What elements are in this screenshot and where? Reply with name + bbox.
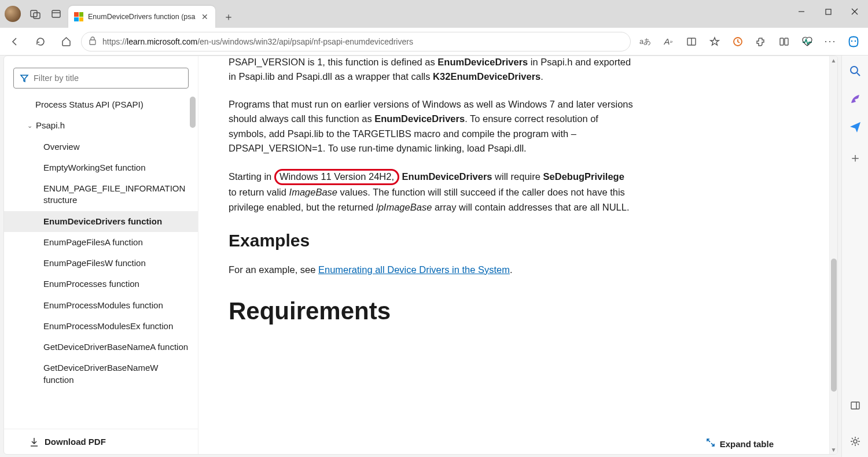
edge-sidebar: ＋ [841,56,868,457]
svg-point-15 [855,40,856,41]
new-tab-button[interactable]: ＋ [219,7,238,27]
nav-item-label: EnumPageFilesA function [43,237,143,247]
favorite-icon[interactable] [705,32,724,51]
svg-rect-12 [780,38,784,45]
paragraph: K32EnumDeviceDrivers in Psapi.h and expo… [229,56,634,84]
refresh-button[interactable] [30,31,51,52]
health-icon[interactable] [797,32,817,51]
nav-item[interactable]: EnumDeviceDrivers function [4,211,198,232]
copilot-icon[interactable] [844,32,863,51]
nav-item-label: GetDeviceDriverBaseNameW function [43,363,158,384]
nav-item-label: EmptyWorkingSet function [43,163,145,172]
nav-item[interactable]: GetDeviceDriverBaseNameA function [4,337,198,358]
nav-scrollbar[interactable] [190,94,197,429]
svg-point-16 [851,67,858,73]
highlighted-text: Windows 11 Version 24H2, [274,169,399,185]
nav-item[interactable]: Process Status API (PSAPI) [4,94,198,115]
tab-actions-icon[interactable] [50,8,62,20]
page-scrollbar[interactable]: ▲ ▼ [829,56,837,454]
maximize-button[interactable] [815,0,841,23]
nav-item-label: EnumProcessModulesEx function [43,321,173,331]
heading-examples: Examples [229,227,634,255]
expand-icon [706,437,715,451]
more-menu-icon[interactable]: ··· [821,32,840,51]
close-window-button[interactable] [841,0,868,23]
expand-table-button[interactable]: Expand table [706,437,774,451]
browser-toolbar: https://learn.microsoft.com/en-us/window… [0,28,868,56]
minimize-button[interactable] [788,0,815,23]
workspaces-icon[interactable] [29,8,42,20]
extensions-icon[interactable] [751,32,771,51]
close-tab-icon[interactable]: ✕ [200,11,209,23]
address-bar[interactable]: https://learn.microsoft.com/en-us/window… [81,32,631,51]
chevron-down-icon: ⌄ [27,121,32,130]
docs-left-nav: Filter by title Process Status API (PSAP… [4,56,198,454]
nav-item-label: EnumProcessModules function [43,300,163,310]
panel-sidebar-icon[interactable] [848,398,863,413]
settings-sidebar-icon[interactable] [848,434,863,449]
profile-avatar[interactable] [5,6,21,22]
reading-mode-icon[interactable] [682,32,701,51]
read-aloud-icon[interactable]: A» [659,32,678,51]
paragraph: Programs that must run on earlier versio… [229,97,634,156]
nav-item[interactable]: ENUM_PAGE_FILE_INFORMATION structure [4,178,198,211]
url-text: https://learn.microsoft.com/en-us/window… [102,37,413,46]
nav-item[interactable]: EnumProcesses function [4,274,198,294]
tab-title: EnumDeviceDrivers function (psa [88,13,196,21]
nav-item-label: EnumDeviceDrivers function [43,216,162,226]
nav-item-label: EnumPageFilesW function [43,258,146,268]
page-content: Filter by title Process Status API (PSAP… [3,56,838,455]
lock-icon [89,36,97,47]
translate-icon[interactable]: aあ [635,32,655,51]
add-sidebar-icon[interactable]: ＋ [848,150,863,165]
nav-item[interactable]: EnumPageFilesW function [4,253,198,274]
extension-icon-1[interactable] [728,32,748,51]
nav-item[interactable]: EmptyWorkingSet function [4,157,198,178]
nav-item[interactable]: EnumProcessModulesEx function [4,316,198,337]
svg-rect-5 [826,9,831,14]
article-body: K32EnumDeviceDrivers in Psapi.h and expo… [198,56,837,454]
home-button[interactable] [56,31,76,52]
nav-item[interactable]: GetDeviceDriverBaseNameW function [4,358,198,390]
paragraph: Starting in Windows 11 Version 24H2, Enu… [229,169,634,215]
example-link[interactable]: Enumerating all Device Drivers in the Sy… [318,264,510,275]
filter-input[interactable]: Filter by title [13,68,189,89]
compose-sidebar-icon[interactable] [848,91,863,106]
svg-rect-8 [90,40,95,45]
microsoft-favicon [74,12,83,21]
svg-rect-2 [52,10,60,17]
nav-item-label: GetDeviceDriverBaseNameA function [43,342,188,352]
nav-item-label: EnumProcesses function [43,279,139,289]
svg-line-17 [857,73,860,76]
nav-item-label: Psapi.h [36,120,65,131]
nav-item-label: Process Status API (PSAPI) [35,99,144,109]
nav-item[interactable]: ⌄Psapi.h [4,115,198,136]
heading-requirements: Requirements [229,292,634,330]
search-sidebar-icon[interactable] [848,64,863,79]
send-sidebar-icon[interactable] [848,119,863,134]
split-screen-icon[interactable] [774,32,794,51]
paragraph: For an example, see Enumerating all Devi… [229,263,634,278]
nav-item[interactable]: Overview [4,137,198,157]
svg-rect-13 [785,38,788,45]
svg-point-14 [851,40,852,41]
browser-tab-active[interactable]: EnumDeviceDrivers function (psa ✕ [68,6,215,28]
nav-item[interactable]: EnumProcessModules function [4,295,198,316]
nav-item-label: ENUM_PAGE_FILE_INFORMATION structure [43,183,185,205]
back-button[interactable] [5,31,25,52]
svg-point-20 [854,440,857,443]
download-pdf-button[interactable]: Download PDF [4,429,198,454]
filter-placeholder: Filter by title [34,73,79,83]
filter-icon [20,73,29,83]
download-icon [30,437,39,447]
nav-item-label: Overview [43,142,80,152]
svg-rect-18 [851,402,859,409]
window-titlebar: EnumDeviceDrivers function (psa ✕ ＋ [0,0,868,28]
nav-item[interactable]: EnumPageFilesA function [4,232,198,253]
